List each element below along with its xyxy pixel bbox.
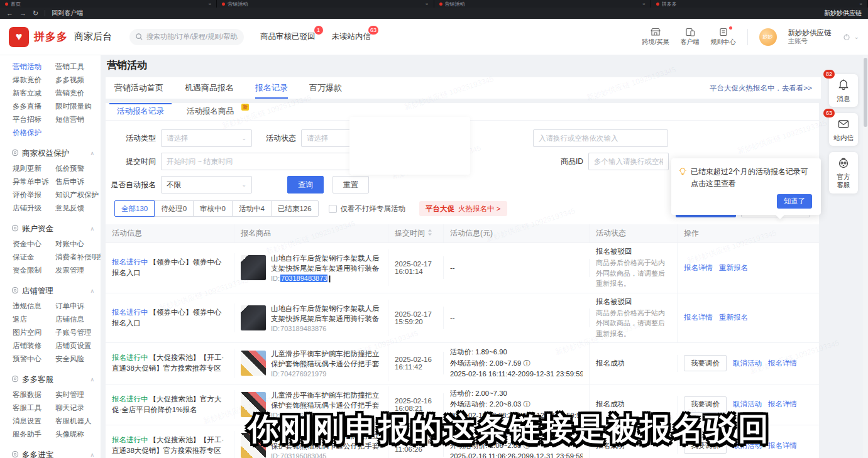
search-input[interactable]: 搜索功能/订单/课程/规则/帮助/服务 (129, 29, 244, 45)
action-link[interactable]: 取消活动 (733, 442, 762, 449)
chevron-down-icon[interactable]: ⌄ (854, 33, 859, 40)
sidebar-link[interactable]: 规则更新 (13, 164, 55, 173)
sidebar-link[interactable]: 消息设置 (13, 417, 55, 426)
close-icon[interactable]: × (859, 1, 862, 7)
sidebar-group-title[interactable]: 账户资金∧ (11, 220, 101, 237)
status-chip[interactable]: 活动中4 (232, 200, 272, 217)
reload-icon[interactable]: ↻ (33, 10, 38, 17)
unread-mail-link[interactable]: 未读站内信 63 (332, 31, 371, 42)
holiday-only-checkbox[interactable]: 仅看不打烊专属活动 (329, 204, 406, 214)
main-tab[interactable]: 报名记录 (255, 77, 288, 99)
sidebar-link[interactable]: 意见反馈 (55, 204, 98, 213)
browser-profile-label[interactable]: 新妙妙供应链 (824, 9, 862, 18)
action-link[interactable]: 报名详情 (684, 264, 713, 271)
status-chip[interactable]: 全部130 (114, 200, 155, 217)
sidebar-link[interactable]: 消费者补偿明细 (55, 253, 98, 262)
cross-border-link[interactable]: 跨境/买菜 (642, 28, 669, 46)
chevron-up-icon[interactable]: ∧ (90, 150, 94, 156)
chevron-up-icon[interactable]: ∧ (90, 226, 94, 232)
action-link[interactable]: 取消活动 (733, 400, 762, 408)
product-thumbnail[interactable] (241, 392, 266, 417)
sidebar-link[interactable]: 限时限量购 (55, 102, 98, 111)
close-icon[interactable]: × (426, 1, 429, 7)
sidebar-group-title[interactable]: 多多客服∧ (11, 371, 101, 388)
action-link[interactable]: 重新报名 (719, 314, 748, 321)
sidebar-link[interactable]: 营销工具 (55, 62, 98, 72)
sidebar-link[interactable]: 店铺页设置 (55, 341, 98, 351)
sidebar-link[interactable]: 子账号管理 (55, 328, 98, 337)
sidebar-link[interactable]: 店铺信息 (55, 315, 98, 324)
float-mail-button[interactable]: 63站内信 (829, 113, 858, 146)
float-service-button[interactable]: 官方 客服 (829, 152, 858, 193)
main-tab[interactable]: 百万爆款 (309, 77, 342, 99)
sidebar-link[interactable]: 评价举报 (13, 190, 55, 200)
sidebar-link[interactable]: 违规信息 (13, 302, 55, 311)
sidebar-link[interactable]: 客服工具 (13, 403, 55, 413)
sidebar-link[interactable]: 客服机器人 (55, 417, 98, 426)
sidebar-link[interactable]: 营销竞价 (55, 89, 98, 98)
sidebar-link[interactable]: 多多直播 (13, 102, 55, 111)
main-tab[interactable]: 机遇商品报名 (185, 77, 234, 99)
adjust-price-button[interactable]: 我要调价 (684, 355, 727, 371)
action-link[interactable]: 报名详情 (768, 442, 797, 449)
sidebar-group-title[interactable]: 多多进宝∧ (11, 446, 101, 458)
adjust-price-button[interactable]: 我要调价 (684, 437, 727, 454)
sidebar-link[interactable]: 发票管理 (55, 266, 98, 275)
action-link[interactable]: 报名详情 (684, 314, 713, 321)
sidebar-link[interactable]: 营销活动 (13, 62, 55, 72)
sidebar-link[interactable]: 订单申诉 (55, 302, 98, 311)
sidebar-link[interactable]: 聊天记录 (55, 403, 98, 413)
account-avatar[interactable]: 妙妙 (759, 28, 777, 46)
chevron-up-icon[interactable]: ∧ (90, 452, 94, 458)
sort-icon[interactable] (425, 229, 432, 238)
sidebar-link[interactable]: 服务助手 (13, 430, 55, 439)
hot-promo-badge[interactable]: 平台大促火热报名中 > (419, 201, 507, 216)
sidebar-link[interactable]: 价格保护 (13, 128, 55, 138)
submit-time-input[interactable]: 开始时间 ~ 结束时间 (161, 153, 368, 170)
query-button[interactable]: 查询 (287, 176, 324, 194)
power-icon[interactable] (843, 33, 850, 41)
browser-tab[interactable]: 首页× (0, 0, 217, 8)
sidebar-link[interactable]: 对账中心 (55, 239, 98, 249)
product-thumbnail[interactable] (241, 351, 266, 376)
audit-rejected-link[interactable]: 商品审核已驳回 1 (260, 31, 316, 42)
pinduoduo-logo-icon[interactable]: ♥ (9, 27, 29, 47)
sidebar-link[interactable]: 售后申诉 (55, 177, 98, 187)
status-chip[interactable]: 已结束126 (271, 200, 319, 217)
chevron-up-icon[interactable]: ∧ (90, 376, 94, 383)
checkbox-icon[interactable] (329, 205, 337, 213)
goods-id-input[interactable]: 多个输入请换行或空格依次输入 (588, 153, 669, 170)
back-icon[interactable]: ← (6, 10, 13, 17)
sidebar-link[interactable]: 预警中心 (13, 354, 55, 364)
sidebar-link[interactable]: 多多视频 (55, 75, 98, 85)
sidebar-link[interactable]: 安全风险 (55, 354, 98, 364)
chevron-up-icon[interactable]: ∧ (90, 288, 94, 294)
sidebar-link[interactable]: 知识产权保护 (55, 190, 98, 200)
adjust-price-button[interactable]: 我要调价 (684, 396, 727, 413)
rules-center-link[interactable]: 规则中心 (711, 28, 736, 46)
sidebar-link[interactable]: 图片空间 (13, 328, 55, 337)
client-app-link[interactable]: 客户端 (681, 28, 700, 46)
sidebar-link[interactable]: 头像昵称 (55, 430, 98, 439)
float-bell-button[interactable]: 82消息 (829, 74, 858, 107)
sidebar-link[interactable]: 实时管理 (55, 390, 98, 400)
sidebar-link[interactable]: 新客立减 (13, 89, 55, 98)
action-link[interactable]: 重新报名 (719, 264, 748, 271)
sidebar-link[interactable]: 资金限制 (13, 266, 55, 275)
close-icon[interactable]: × (209, 1, 212, 7)
sidebar-link[interactable]: 保证金 (13, 253, 55, 262)
sidebar-link[interactable]: 短信营销 (55, 115, 98, 124)
auto-signup-select[interactable]: 不限⌄ (161, 176, 252, 194)
product-thumbnail[interactable] (241, 305, 266, 330)
sub-tab[interactable]: 活动报名商品新 (175, 103, 250, 120)
activity-type-select[interactable]: 请选择⌄ (161, 129, 252, 147)
main-tab[interactable]: 营销活动首页 (114, 77, 163, 99)
action-link[interactable]: 报名详情 (768, 400, 797, 408)
sidebar-link[interactable]: 店铺装修 (13, 341, 55, 351)
scrollbar-thumb[interactable] (864, 58, 867, 127)
browser-tab[interactable]: 营销活动× (217, 0, 434, 8)
goods-name-input[interactable]: 入请换行或空格依次输入 (533, 129, 668, 147)
sidebar-link[interactable]: 平台招标 (13, 115, 55, 124)
sidebar-group-title[interactable]: 商家权益保护∧ (11, 144, 101, 162)
status-chip[interactable]: 审核中0 (193, 200, 233, 217)
